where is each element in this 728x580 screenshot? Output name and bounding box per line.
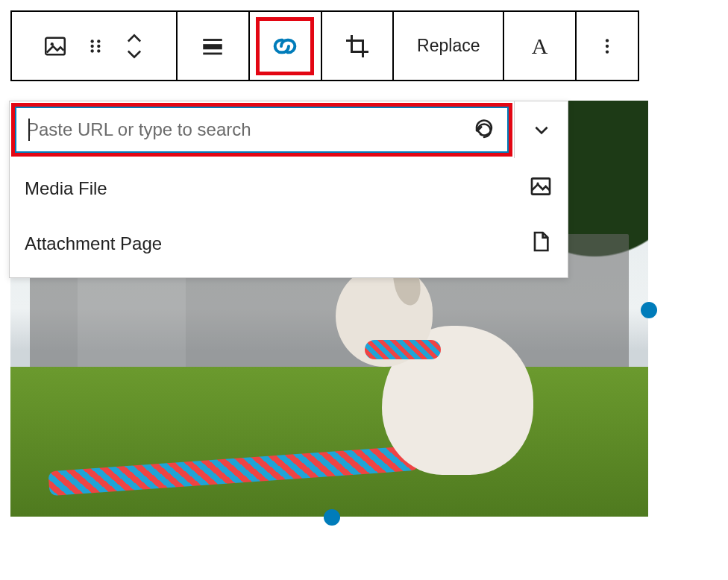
svg-point-4 xyxy=(90,44,93,47)
svg-point-2 xyxy=(90,40,93,42)
svg-rect-9 xyxy=(203,44,222,49)
link-option-attachment-page[interactable]: Attachment Page xyxy=(10,216,568,271)
move-up-down-icon[interactable] xyxy=(118,12,151,80)
svg-point-7 xyxy=(97,49,100,52)
image-block-icon[interactable] xyxy=(37,12,73,80)
page-icon xyxy=(529,230,553,258)
block-toolbar: Replace A xyxy=(10,10,639,81)
text-tool-label: A xyxy=(532,34,548,59)
link-input-row xyxy=(10,101,568,158)
svg-rect-10 xyxy=(203,52,222,54)
link-popover: Media File Attachment Page xyxy=(9,101,568,278)
crop-button[interactable] xyxy=(322,12,395,80)
svg-rect-0 xyxy=(46,37,65,54)
link-submit-button[interactable] xyxy=(461,119,507,141)
svg-point-12 xyxy=(606,44,609,47)
more-options-button[interactable] xyxy=(577,12,638,80)
image-block-container: Media File Attachment Page xyxy=(10,101,648,517)
link-input-highlight xyxy=(11,103,512,157)
text-caret xyxy=(28,119,30,141)
svg-point-13 xyxy=(606,50,609,53)
replace-button[interactable]: Replace xyxy=(394,12,504,80)
resize-handle-right[interactable] xyxy=(641,302,657,318)
replace-label: Replace xyxy=(417,36,480,56)
resize-handle-bottom[interactable] xyxy=(324,509,340,526)
link-settings-toggle[interactable] xyxy=(514,101,568,158)
image-icon xyxy=(529,174,553,203)
svg-point-3 xyxy=(97,40,100,42)
link-button-group xyxy=(250,12,322,80)
link-button-highlight xyxy=(256,17,314,75)
svg-point-6 xyxy=(90,49,93,52)
link-option-media-file[interactable]: Media File xyxy=(10,161,568,216)
link-option-label: Media File xyxy=(25,178,107,199)
text-overlay-button[interactable]: A xyxy=(504,12,577,80)
toolbar-group-block xyxy=(12,12,178,80)
svg-point-11 xyxy=(606,39,609,42)
align-button[interactable] xyxy=(178,12,250,80)
svg-point-5 xyxy=(97,44,100,47)
drag-handle-icon[interactable] xyxy=(82,12,109,80)
link-options-list: Media File Attachment Page xyxy=(10,158,568,277)
link-url-input[interactable] xyxy=(16,108,461,151)
svg-point-15 xyxy=(536,182,539,184)
link-button[interactable] xyxy=(270,21,300,72)
svg-rect-8 xyxy=(203,39,222,41)
link-option-label: Attachment Page xyxy=(25,233,162,254)
